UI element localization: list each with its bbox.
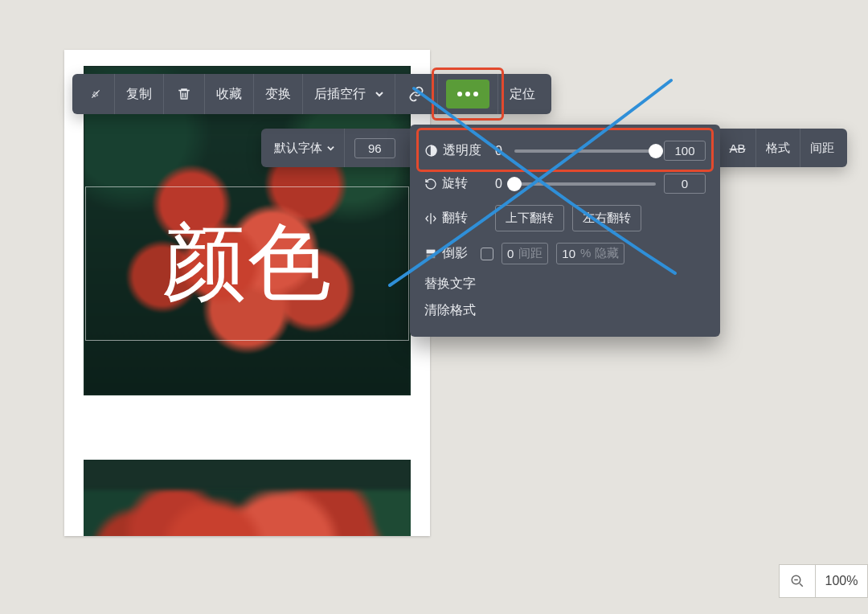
insert-blank-after-button[interactable]: 后插空行 — [302, 74, 395, 114]
caret-down-icon — [375, 90, 383, 98]
font-size-input[interactable]: 96 — [344, 129, 405, 167]
caret-down-icon — [327, 145, 334, 152]
more-button[interactable] — [446, 80, 489, 108]
reflection-label: 倒影 — [442, 245, 468, 262]
clear-format-link[interactable]: 清除格式 — [424, 302, 706, 319]
reflection-gap-placeholder: 间距 — [518, 246, 542, 261]
trash-icon — [177, 87, 191, 101]
copy-button[interactable]: 复制 — [114, 74, 163, 114]
favorite-label: 收藏 — [216, 86, 242, 103]
link-button[interactable] — [395, 74, 437, 114]
reflection-icon — [424, 248, 437, 260]
opacity-label: 透明度 — [443, 142, 481, 159]
opacity-slider[interactable] — [514, 149, 656, 153]
zoom-control: 100% — [779, 564, 868, 598]
rotate-label: 旋转 — [442, 175, 468, 192]
rotate-icon — [424, 178, 437, 190]
transform-label: 变换 — [265, 86, 291, 103]
insert-blank-after-label: 后插空行 — [314, 86, 366, 103]
flower-image-2 — [84, 490, 411, 536]
opacity-icon — [424, 144, 438, 158]
transform-button[interactable]: 变换 — [253, 74, 302, 114]
link-icon — [408, 86, 424, 102]
format-menu[interactable]: 格式 — [755, 129, 800, 167]
copy-label: 复制 — [126, 86, 152, 103]
opacity-row: 透明度 0 100 — [424, 136, 706, 166]
document-canvas: 颜色 — [64, 50, 430, 536]
locate-button[interactable]: 定位 — [497, 74, 547, 114]
properties-panel: 透明度 0 100 旋转 0 0 翻转 上下翻转 左右翻转 倒影 — [410, 125, 720, 337]
flip-horizontal-button[interactable]: 左右翻转 — [572, 205, 641, 231]
spacing-label: 间距 — [810, 141, 834, 156]
image-block-1[interactable] — [84, 66, 411, 395]
pin-icon — [90, 88, 101, 100]
font-size-value: 96 — [354, 138, 395, 158]
favorite-button[interactable]: 收藏 — [204, 74, 253, 114]
flip-row: 翻转 上下翻转 左右翻转 — [424, 205, 706, 231]
rotate-slider[interactable] — [514, 182, 656, 186]
reflection-hide-input[interactable]: 10 % 隐藏 — [556, 243, 624, 264]
flip-icon — [424, 212, 437, 225]
opacity-label-wrap: 透明度 — [424, 142, 487, 159]
opacity-start: 0 — [495, 144, 506, 158]
pin-button[interactable] — [77, 74, 114, 114]
reflection-gap-value: 0 — [507, 247, 514, 260]
strike-label: AB — [730, 141, 746, 155]
zoom-out-button[interactable] — [780, 565, 816, 597]
font-family-select[interactable]: 默认字体 — [264, 129, 344, 167]
reflection-hide-value: 10 — [562, 247, 575, 260]
rotate-value[interactable]: 0 — [664, 174, 706, 194]
replace-text-link[interactable]: 替换文字 — [424, 276, 706, 293]
rotate-row: 旋转 0 0 — [424, 174, 706, 194]
zoom-out-icon — [790, 574, 805, 588]
format-label: 格式 — [766, 141, 790, 156]
flip-label-wrap: 翻转 — [424, 210, 487, 227]
delete-button[interactable] — [163, 74, 204, 114]
image-block-2[interactable] — [84, 460, 411, 536]
reflection-row: 倒影 0 间距 10 % 隐藏 — [424, 243, 706, 264]
rotate-slider-thumb[interactable] — [507, 177, 522, 191]
main-toolbar: 复制 收藏 变换 后插空行 定位 — [72, 74, 551, 114]
reflection-toggle[interactable] — [481, 248, 493, 260]
locate-label: 定位 — [510, 86, 535, 103]
rotate-label-wrap: 旋转 — [424, 175, 487, 192]
reflection-hide-placeholder: % 隐藏 — [580, 246, 619, 261]
reflection-label-wrap: 倒影 — [424, 245, 473, 262]
strike-button[interactable]: AB — [719, 129, 755, 167]
reflection-gap-input[interactable]: 0 间距 — [502, 243, 548, 264]
opacity-slider-thumb[interactable] — [649, 144, 663, 158]
flip-label: 翻转 — [442, 210, 468, 227]
zoom-value[interactable]: 100% — [816, 565, 867, 597]
font-family-label: 默认字体 — [274, 141, 322, 156]
spacing-menu[interactable]: 间距 — [800, 129, 844, 167]
rotate-start: 0 — [495, 177, 506, 191]
more-button-cell — [437, 74, 497, 114]
flip-vertical-button[interactable]: 上下翻转 — [495, 205, 564, 231]
flower-image — [84, 67, 410, 395]
opacity-value[interactable]: 100 — [664, 141, 706, 161]
